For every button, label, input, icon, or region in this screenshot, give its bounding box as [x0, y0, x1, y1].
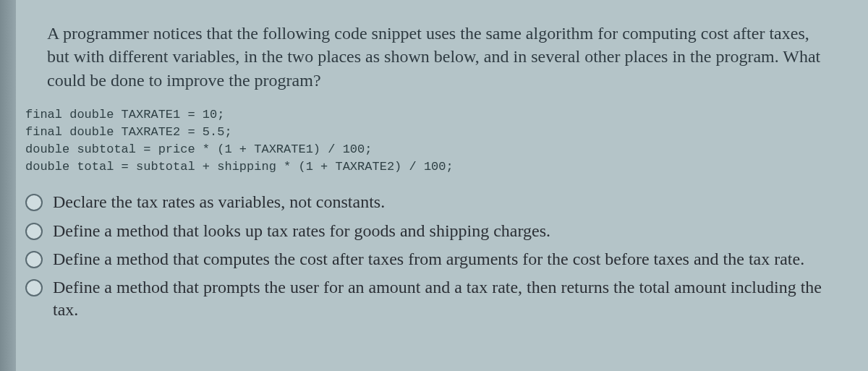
option-row: Define a method that looks up tax rates …	[25, 220, 832, 242]
answer-options: Declare the tax rates as variables, not …	[25, 191, 832, 321]
code-snippet: final double TAXRATE1 = 10; final double…	[25, 106, 832, 175]
question-prompt: A programmer notices that the following …	[47, 22, 832, 92]
radio-button-option-3[interactable]	[25, 251, 43, 268]
option-text: Define a method that looks up tax rates …	[53, 220, 550, 242]
option-row: Declare the tax rates as variables, not …	[25, 191, 832, 213]
option-text: Define a method that prompts the user fo…	[53, 276, 832, 321]
option-text: Define a method that computes the cost a…	[53, 248, 804, 270]
radio-button-option-1[interactable]	[25, 194, 43, 211]
option-text: Declare the tax rates as variables, not …	[53, 191, 385, 213]
option-row: Define a method that computes the cost a…	[25, 248, 832, 270]
option-row: Define a method that prompts the user fo…	[25, 276, 832, 321]
radio-button-option-4[interactable]	[25, 279, 43, 297]
radio-button-option-2[interactable]	[25, 223, 43, 240]
